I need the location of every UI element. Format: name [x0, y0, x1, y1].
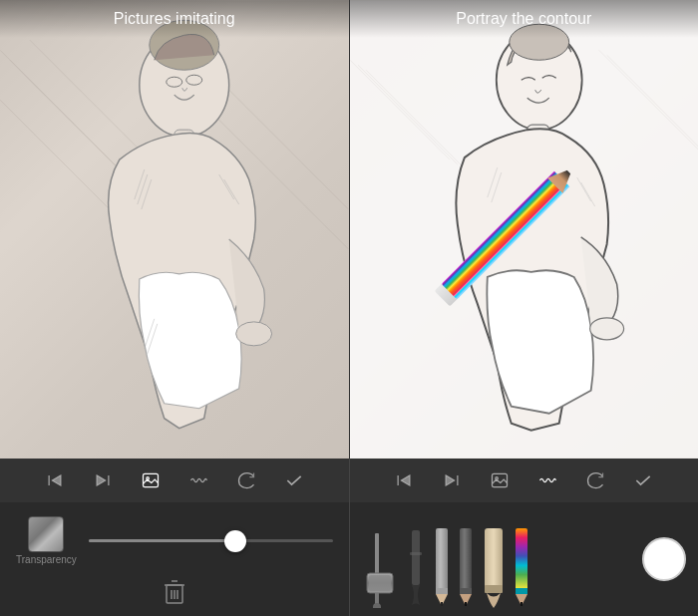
right-skip-forward-icon[interactable] [438, 466, 466, 494]
bottom-section: Transparency [0, 459, 698, 616]
delete-row [16, 573, 333, 614]
svg-point-13 [236, 322, 272, 346]
left-sketch-canvas[interactable] [0, 0, 349, 459]
transparency-slider[interactable] [89, 539, 333, 542]
svg-rect-63 [436, 588, 448, 594]
right-toolbar [350, 459, 699, 616]
svg-point-30 [589, 318, 623, 340]
left-toolbar-controls: Transparency [0, 502, 349, 616]
transparency-swatch [28, 516, 64, 552]
gray-pencil-tool[interactable] [434, 528, 450, 608]
svg-rect-70 [485, 528, 503, 588]
brush-tools-row [350, 502, 699, 616]
left-panel: Pictures imitating [0, 0, 350, 459]
svg-rect-66 [460, 528, 472, 590]
svg-marker-47 [402, 475, 410, 485]
slider-thumb[interactable] [224, 530, 246, 552]
left-confirm-icon[interactable] [280, 466, 308, 494]
svg-rect-53 [375, 533, 379, 578]
rainbow-pencil-tool[interactable] [514, 528, 529, 608]
right-sketch-canvas[interactable] [350, 0, 699, 459]
charcoal-brush-tool[interactable] [406, 528, 426, 608]
svg-rect-71 [485, 585, 503, 593]
delete-button[interactable] [151, 573, 198, 614]
svg-rect-72 [516, 528, 527, 590]
left-toolbar-top-bar [0, 459, 349, 502]
left-skip-forward-icon[interactable] [89, 466, 117, 494]
svg-point-59 [373, 603, 381, 608]
slider-track [89, 539, 333, 542]
slider-fill [89, 539, 235, 542]
right-redo-icon[interactable] [581, 466, 609, 494]
svg-marker-37 [97, 475, 105, 485]
svg-rect-67 [460, 588, 472, 594]
left-panel-title: Pictures imitating [0, 0, 349, 38]
dark-pencil-tool[interactable] [458, 528, 474, 608]
right-confirm-icon[interactable] [629, 466, 657, 494]
left-redo-icon[interactable] [232, 466, 260, 494]
transparency-preview: Transparency [16, 516, 77, 565]
color-picker-circle[interactable] [642, 537, 686, 581]
left-skip-back-icon[interactable] [41, 466, 69, 494]
right-panel-title: Portray the contour [350, 0, 699, 38]
svg-rect-62 [436, 528, 448, 590]
transparency-label: Transparency [16, 554, 77, 565]
svg-rect-57 [369, 575, 391, 591]
svg-marker-49 [446, 475, 454, 485]
right-image-icon[interactable] [486, 466, 514, 494]
brush-pen-tool[interactable] [482, 528, 506, 608]
left-toolbar: Transparency [0, 459, 350, 616]
right-waveform-icon[interactable] [533, 466, 561, 494]
left-waveform-icon[interactable] [184, 466, 212, 494]
transparency-row: Transparency [16, 516, 333, 565]
right-skip-back-icon[interactable] [390, 466, 418, 494]
svg-rect-61 [410, 552, 422, 555]
right-panel: Portray the contour [350, 0, 699, 459]
left-image-icon[interactable] [137, 466, 165, 494]
svg-marker-35 [52, 475, 60, 485]
main-panels: Pictures imitating [0, 0, 698, 459]
svg-rect-60 [412, 530, 420, 585]
right-toolbar-top-bar [350, 459, 699, 502]
roller-tool[interactable] [362, 528, 398, 608]
svg-rect-73 [516, 588, 527, 594]
